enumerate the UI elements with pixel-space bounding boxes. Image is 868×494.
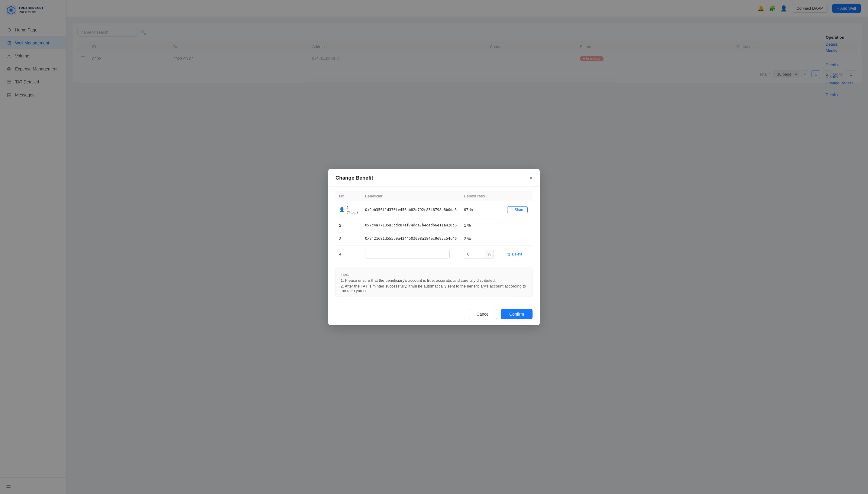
row1-no: 👤 1 (YOU) [335,201,361,218]
ratio-input[interactable] [464,250,485,259]
share-button[interactable]: ⊞ Share [507,207,528,213]
row4-no: 4 [335,245,361,263]
tips-box: Tips: 1. Please ensure that the benefici… [335,268,533,297]
col-beneficiar: Beneficiar [361,191,460,201]
row4-ratio-cell: % [460,245,503,263]
row2-no: 2 [335,218,361,232]
new-address-input[interactable] [365,250,450,259]
col-no: No. [335,191,361,201]
row3-action [504,232,533,245]
share-icon: ⊞ [511,208,513,212]
row3-ratio: 2 % [460,232,503,245]
row1-share: ⊞ Share [504,201,533,218]
ratio-input-wrap: % [464,250,499,259]
row1-ratio: 97 % [460,201,503,218]
modal-footer: Cancel Confirm [328,309,540,325]
modal-close-button[interactable]: × [529,175,533,182]
modal-title: Change Benefit [335,175,373,181]
cancel-button[interactable]: Cancel [469,309,497,319]
delete-icon: 🗑 [507,252,511,256]
benefit-table: No. Beneficiar Benefit ratio 👤 1 (YOU) [335,191,533,263]
percent-sign: % [485,250,494,259]
row3-no: 3 [335,232,361,245]
row2-address: 0x7c4a77135a3cdc87ef74dde7b4dedb6e11a428… [361,218,460,232]
benefit-row-1: 👤 1 (YOU) 0x9eb356f1d370fe456ab82d792c83… [335,201,533,218]
row2-ratio: 1 % [460,218,503,232]
row2-action [504,218,533,232]
confirm-button[interactable]: Confirm [501,309,533,319]
benefit-row-3: 3 0x9421681d555b9a4244503008a184ec9d92c5… [335,232,533,245]
tips-label: Tips: [341,272,349,277]
tips-line-1: 1. Please ensure that the beneficiary's … [341,278,527,283]
row4-address-cell [361,245,460,263]
benefit-row-4: 4 % 🗑 Del [335,245,533,263]
modal-body: No. Beneficiar Benefit ratio 👤 1 (YOU) [328,187,540,309]
user-you-icon: 👤 [339,207,345,212]
delete-button[interactable]: 🗑 Delete [507,252,522,256]
change-benefit-modal: Change Benefit × No. Beneficiar Benefit … [328,169,540,325]
row3-address: 0x9421681d555b9a4244503008a184ec9d92c54c… [361,232,460,245]
col-benefit-ratio: Benefit ratio [460,191,503,201]
col-action [504,191,533,201]
modal-overlay: Change Benefit × No. Beneficiar Benefit … [0,0,868,494]
benefit-row-2: 2 0x7c4a77135a3cdc87ef74dde7b4dedb6e11a4… [335,218,533,232]
row4-delete: 🗑 Delete [504,245,533,263]
tips-line-2: 2. After the TAT is minted successfully,… [341,284,527,293]
modal-header: Change Benefit × [328,169,540,187]
row1-address: 0x9eb356f1d370fe456ab82d792c8346798e8b0d… [361,201,460,218]
you-indicator: 👤 1 (YOU) [339,205,358,214]
